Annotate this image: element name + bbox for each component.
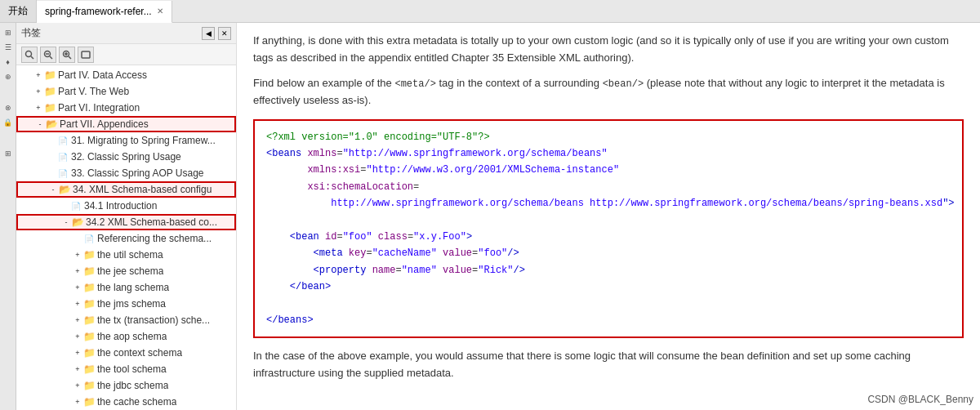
label-ch341: 34.1 Introduction <box>84 200 157 212</box>
tree-item-ch31[interactable]: 📄 31. Migrating to Spring Framew... <box>16 132 236 149</box>
folder-icon-part4: 📁 <box>44 69 56 81</box>
svg-rect-9 <box>82 51 90 58</box>
tree-item-lang[interactable]: + 📁 the lang schema <box>16 279 236 296</box>
label-cache: the cache schema <box>97 396 176 408</box>
left-icon-4[interactable]: ⊕ <box>2 70 15 83</box>
folder-icon-part7: 📂 <box>46 118 57 130</box>
folder-icon: 📁 <box>83 347 95 359</box>
doc-icon-ch31: 📄 <box>57 135 69 146</box>
sidebar-header: 书签 ◀ ✕ <box>16 23 236 44</box>
arrow-part6: + <box>33 104 44 112</box>
tree-item-part4[interactable]: + 📁 Part IV. Data Access <box>16 67 236 83</box>
tab-spring-ref[interactable]: spring-framework-refer... ✕ <box>37 1 172 23</box>
label-part6: Part VI. Integration <box>58 102 140 114</box>
arrow: + <box>72 316 83 324</box>
tab-close-icon[interactable]: ✕ <box>157 7 163 16</box>
tree-item-tx[interactable]: + 📁 the tx (transaction) sche... <box>16 312 236 328</box>
left-icon-7[interactable]: ⊞ <box>2 147 15 160</box>
folder-icon: 📁 <box>83 396 95 408</box>
arrow: + <box>72 283 83 292</box>
meta-tag: <meta/> <box>394 78 435 90</box>
label-ch31: 31. Migrating to Spring Framew... <box>71 135 216 146</box>
left-icon-2[interactable]: ☰ <box>2 41 15 54</box>
code-line-9: <property name="name" value="Rick"/> <box>266 262 951 279</box>
folder-icon: 📁 <box>83 380 95 391</box>
folder-icon-part5: 📁 <box>44 86 56 97</box>
tree-item-jdbc[interactable]: + 📁 the jdbc schema <box>16 377 236 394</box>
toolbar-btn-2[interactable] <box>40 47 56 63</box>
code-line-11 <box>266 295 951 311</box>
para2-prefix: Find below an example of the <box>253 77 394 89</box>
toolbar-btn-3[interactable] <box>59 47 75 63</box>
arrow-part5: + <box>33 87 44 96</box>
tree-item-aop[interactable]: + 📁 the aop schema <box>16 328 236 345</box>
tree-item-part6[interactable]: + 📁 Part VI. Integration <box>16 100 236 116</box>
tree-item-part7[interactable]: - 📂 Part VII. Appendices <box>16 116 236 132</box>
arrow: + <box>72 398 83 406</box>
tree-item-ch342[interactable]: - 📂 34.2 XML Schema-based co... <box>16 214 236 230</box>
sidebar-close-icon[interactable]: ✕ <box>218 27 231 40</box>
left-icon-3[interactable]: ♦ <box>2 56 15 69</box>
arrow: + <box>72 381 83 390</box>
left-icon-1[interactable]: ⊞ <box>2 26 15 39</box>
tree-item-tool[interactable]: + 📁 the tool schema <box>16 361 236 377</box>
label-ch32: 32. Classic Spring Usage <box>71 151 181 163</box>
arrow-part7: - <box>34 120 46 128</box>
tree-item-jee[interactable]: + 📁 the jee schema <box>16 263 236 279</box>
code-line-2: <beans xmlns="http://www.springframework… <box>266 145 951 162</box>
code-line-3: xmlns:xsi="http://www.w3.org/2001/XMLSch… <box>266 162 951 178</box>
tree-item-part5[interactable]: + 📁 Part V. The Web <box>16 83 236 100</box>
label-context: the context schema <box>97 347 182 359</box>
content-para2: Find below an example of the <meta/> tag… <box>253 75 964 109</box>
arrow-part4: + <box>33 71 44 79</box>
code-line-7: <bean id="foo" class="x.y.Foo"> <box>266 229 951 245</box>
tree-item-ref-schema[interactable]: 📄 Referencing the schema... <box>16 230 236 247</box>
tab-start-label: 开始 <box>8 4 28 18</box>
doc-icon-ch341: 📄 <box>70 200 82 212</box>
para2-middle: tag in the context of a surrounding <box>436 77 603 89</box>
code-line-4: xsi:schemaLocation= <box>266 179 951 195</box>
tab-start[interactable]: 开始 <box>0 0 37 22</box>
tree-item-ch341[interactable]: 📄 34.1 Introduction <box>16 198 236 214</box>
left-icon-6[interactable]: 🔒 <box>2 116 15 129</box>
content-para3: In the case of the above example, you wo… <box>253 348 964 382</box>
code-line-1: <?xml version="1.0" encoding="UTF-8"?> <box>266 129 951 145</box>
tree-item-ch33[interactable]: 📄 33. Classic Spring AOP Usage <box>16 165 236 181</box>
arrow-ch342: - <box>60 218 72 226</box>
left-icon-5[interactable]: ⊗ <box>2 101 15 114</box>
left-icons-panel: ⊞ ☰ ♦ ⊕ ⊗ 🔒 ⊞ <box>0 23 16 410</box>
tree-item-util[interactable]: + 📁 the util schema <box>16 247 236 263</box>
folder-icon-part6: 📁 <box>44 102 56 114</box>
tab-spring-ref-label: spring-framework-refer... <box>45 6 152 17</box>
tree-item-cache[interactable]: + 📁 the cache schema <box>16 394 236 410</box>
tree-item-ch32[interactable]: 📄 32. Classic Spring Usage <box>16 149 236 165</box>
label-ref-schema: Referencing the schema... <box>97 233 212 244</box>
sidebar: 书签 ◀ ✕ + 📁 <box>16 23 237 410</box>
tree-item-jms[interactable]: + 📁 the jms schema <box>16 296 236 312</box>
label-jms: the jms schema <box>97 298 166 310</box>
tree-item-ch34[interactable]: - 📂 34. XML Schema-based configu <box>16 181 236 198</box>
bean-tag: <bean/> <box>603 78 644 90</box>
folder-icon: 📁 <box>83 363 95 375</box>
doc-icon-ch32: 📄 <box>57 151 69 163</box>
main-layout: ⊞ ☰ ♦ ⊕ ⊗ 🔒 ⊞ 书签 ◀ ✕ <box>0 23 980 410</box>
toolbar-btn-1[interactable] <box>21 47 38 63</box>
code-line-10: </bean> <box>266 279 951 295</box>
content-para1: If anything, is done with this extra met… <box>253 33 964 67</box>
sidebar-pin-icon[interactable]: ◀ <box>202 27 215 40</box>
label-ch34: 34. XML Schema-based configu <box>73 184 212 195</box>
sidebar-title: 书签 <box>21 26 202 40</box>
doc-icon-ch33: 📄 <box>57 167 69 179</box>
folder-icon: 📁 <box>83 298 95 310</box>
arrow: + <box>72 267 83 275</box>
toolbar-btn-4[interactable] <box>78 47 94 63</box>
label-lang: the lang schema <box>97 282 169 293</box>
content-area: If anything, is done with this extra met… <box>237 23 980 410</box>
label-tx: the tx (transaction) sche... <box>97 314 210 326</box>
tree-item-context[interactable]: + 📁 the context schema <box>16 345 236 361</box>
sidebar-tree: + 📁 Part IV. Data Access + 📁 Part V. The… <box>16 65 236 410</box>
arrow: + <box>72 251 83 259</box>
svg-line-1 <box>31 56 33 59</box>
label-ch33: 33. Classic Spring AOP Usage <box>71 167 204 179</box>
label-ch342: 34.2 XML Schema-based co... <box>86 216 217 228</box>
